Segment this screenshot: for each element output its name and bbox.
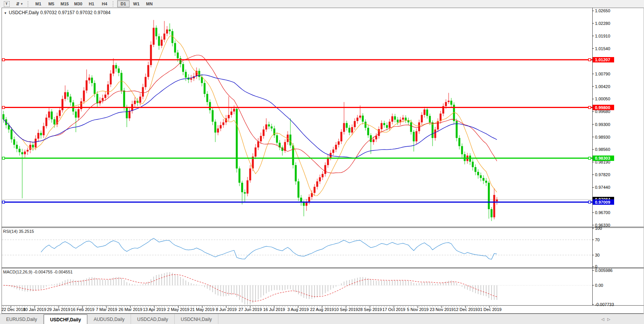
svg-text:70: 70 (595, 237, 600, 242)
tab-usdcnh[interactable]: USDCNH,Daily (175, 314, 218, 324)
svg-text:0.97440: 0.97440 (595, 185, 610, 190)
text-tool-button[interactable]: T (0, 0, 13, 7)
svg-text:1.02650: 1.02650 (595, 8, 610, 13)
svg-text:12 Dec 2019: 12 Dec 2019 (454, 307, 477, 312)
svg-text:7 Mar 2019: 7 Mar 2019 (96, 307, 117, 312)
timeframe-button-m5[interactable]: M5 (45, 0, 57, 7)
svg-text:1.01540: 1.01540 (595, 46, 610, 51)
svg-text:0.98560: 0.98560 (595, 147, 610, 152)
tab-audusd[interactable]: AUDUSD,Daily (87, 314, 131, 324)
svg-text:13 Apr 2019: 13 Apr 2019 (143, 307, 166, 312)
svg-text:16 Feb 2019: 16 Feb 2019 (71, 307, 95, 312)
tab-eurusd[interactable]: EURUSD,Daily (0, 314, 44, 324)
tab-scroll-right-icon[interactable]: ▷ (607, 317, 610, 321)
timeframe-button-d1[interactable]: D1 (117, 0, 129, 7)
svg-text:31 Dec 2019: 31 Dec 2019 (478, 307, 501, 312)
svg-text:27 Jun 2019: 27 Jun 2019 (239, 307, 262, 312)
toolbar-separator (113, 1, 115, 7)
tab-usdcad[interactable]: USDCAD,Daily (131, 314, 175, 324)
svg-text:0.99800: 0.99800 (595, 105, 610, 110)
svg-text:10 Jan 2019: 10 Jan 2019 (23, 307, 46, 312)
tab-scroll-controls: ◁ ▷ (601, 314, 644, 324)
svg-text:22 Aug 2019: 22 Aug 2019 (310, 307, 334, 312)
rsi-indicator-label: RSI(14) 35.2515 (3, 229, 34, 234)
macd-indicator-label: MACD(12,26,9) -0.004755 -0.004551 (3, 270, 73, 274)
svg-text:26 Mar 2019: 26 Mar 2019 (119, 307, 143, 312)
top-toolbar: T ⇵▼ M1M5M15M30H1H4D1W1MN (0, 0, 644, 8)
chart-title: ▼USDCHF,Daily 0.97032 0.97157 0.97032 0.… (4, 10, 110, 15)
collapse-triangle-icon[interactable]: ▼ (4, 11, 7, 15)
symbol-tab-bar: EURUSD,DailyUSDCHF,DailyAUDUSD,DailyUSDC… (0, 314, 644, 324)
timeframe-button-m1[interactable]: M1 (32, 0, 44, 7)
timeframe-button-m15[interactable]: M15 (58, 0, 71, 7)
sort-arrows-icon: ⇵ (16, 2, 19, 7)
timeframe-button-mn[interactable]: MN (143, 0, 156, 7)
svg-text:0.98303: 0.98303 (595, 156, 610, 160)
svg-text:22 Dec 2018: 22 Dec 2018 (2, 307, 25, 312)
tab-scroll-left-icon[interactable]: ◁ (601, 317, 605, 321)
svg-text:0.00: 0.00 (595, 283, 603, 288)
chart-window: 1.026501.022801.019101.015401.007901.004… (0, 8, 644, 314)
svg-text:0.97009: 0.97009 (595, 200, 610, 205)
date-axis[interactable]: 22 Dec 201810 Jan 201929 Jan 201916 Feb … (2, 306, 501, 312)
svg-text:17 Oct 2019: 17 Oct 2019 (382, 307, 405, 312)
svg-text:1.00790: 1.00790 (595, 72, 610, 76)
svg-text:5 Nov 2019: 5 Nov 2019 (407, 307, 428, 312)
timeframe-button-h1[interactable]: H1 (85, 0, 98, 7)
arrange-arrows-button[interactable]: ⇵▼ (13, 0, 26, 7)
svg-text:10 Sep 2019: 10 Sep 2019 (334, 307, 358, 312)
timeframe-button-w1[interactable]: W1 (130, 0, 143, 7)
toolbar-separator (28, 1, 30, 7)
svg-text:0.99300: 0.99300 (595, 122, 610, 127)
svg-text:8 Jun 2019: 8 Jun 2019 (216, 307, 236, 312)
svg-text:1.01207: 1.01207 (595, 57, 610, 62)
chevron-down-icon: ▼ (20, 2, 23, 6)
svg-text:21 May 2019: 21 May 2019 (190, 307, 215, 312)
timeframe-button-m30[interactable]: M30 (72, 0, 84, 7)
terminal-window: { "toolbar": { "text_tool_label": "T", "… (0, 0, 644, 324)
svg-text:3 Aug 2019: 3 Aug 2019 (287, 307, 309, 312)
text-tool-icon: T (4, 1, 10, 7)
svg-text:16 Jul 2019: 16 Jul 2019 (263, 307, 285, 312)
timeframe-button-h4[interactable]: H4 (98, 0, 111, 7)
svg-text:28 Sep 2019: 28 Sep 2019 (358, 307, 382, 312)
svg-text:1.00050: 1.00050 (595, 97, 610, 101)
svg-text:100: 100 (595, 226, 602, 231)
svg-text:30: 30 (595, 253, 600, 257)
svg-text:-0.007733: -0.007733 (595, 302, 614, 307)
svg-text:0.96700: 0.96700 (595, 210, 610, 215)
svg-text:0.97820: 0.97820 (595, 172, 610, 177)
svg-text:0.98930: 0.98930 (595, 135, 610, 139)
svg-text:1.01910: 1.01910 (595, 34, 610, 38)
price-chart-canvas[interactable]: 1.026501.022801.019101.015401.007901.004… (0, 8, 644, 314)
svg-text:23 Nov 2019: 23 Nov 2019 (430, 307, 454, 312)
svg-text:29 Jan 2019: 29 Jan 2019 (47, 307, 70, 312)
tab-usdchf[interactable]: USDCHF,Daily (44, 314, 88, 324)
svg-text:2 May 2019: 2 May 2019 (167, 307, 189, 312)
svg-text:1.00420: 1.00420 (595, 84, 610, 89)
svg-text:0.005986: 0.005986 (595, 268, 613, 273)
svg-text:1.02280: 1.02280 (595, 21, 610, 26)
